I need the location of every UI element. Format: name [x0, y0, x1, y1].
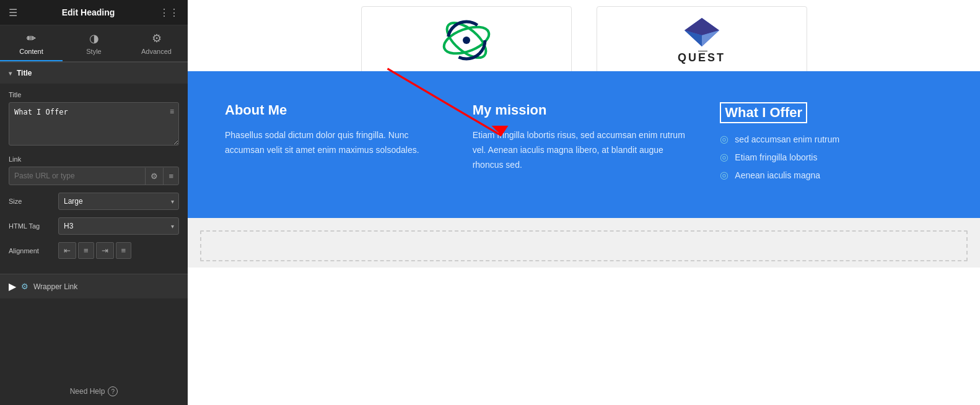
logo-card-orbit: [361, 6, 572, 74]
align-center-button[interactable]: ≡: [78, 242, 94, 259]
list-item-3: ◎ Aenean iaculis magna: [720, 169, 943, 181]
tab-style[interactable]: ◑ Style: [63, 25, 125, 61]
style-tab-label: Style: [86, 48, 101, 55]
html-tag-label: HTML Tag: [9, 222, 58, 230]
dashed-placeholder: [200, 230, 968, 261]
title-textarea[interactable]: What I Offer: [9, 102, 179, 146]
tab-advanced[interactable]: ⚙ Advanced: [125, 25, 188, 61]
link-settings-button[interactable]: ⚙: [145, 168, 163, 185]
grid-menu-button[interactable]: ⋮⋮: [159, 7, 179, 19]
wrapper-link-arrow: ▶: [9, 281, 16, 292]
left-panel: ☰ Edit Heading ⋮⋮ ✏ Content ◑ Style ⚙ Ad…: [0, 0, 188, 405]
html-tag-select[interactable]: H3 H1 H2 H4 H5 H6: [58, 217, 179, 235]
panel-content: ▾ Title Title What I Offer ≡ Link ⚙ ≡: [0, 62, 188, 378]
quest-logo: QUEST: [678, 17, 725, 64]
svg-point-2: [463, 37, 470, 44]
content-tab-icon: ✏: [27, 32, 36, 45]
need-help-link[interactable]: Need Help ?: [9, 386, 179, 396]
link-input-wrap: ⚙ ≡: [9, 167, 179, 185]
advanced-tab-label: Advanced: [141, 48, 172, 55]
what-i-offer-col: What I Offer ◎ sed accumsan enim rutrum …: [720, 102, 943, 187]
list-icon-1: ◎: [720, 133, 728, 145]
align-right-button[interactable]: ⇥: [96, 242, 114, 259]
main-content: QUEST About Me Phasellus sodal dictum do…: [188, 0, 980, 405]
title-section-arrow: ▾: [9, 70, 12, 77]
what-i-offer-list: ◎ sed accumsan enim rutrum ◎ Etiam fring…: [720, 133, 943, 181]
bottom-area: [188, 218, 980, 268]
what-i-offer-heading: What I Offer: [720, 102, 807, 123]
align-left-button[interactable]: ⇤: [58, 242, 76, 259]
hamburger-menu-button[interactable]: ☰: [9, 7, 17, 19]
html-tag-field-row: HTML Tag H3 H1 H2 H4 H5 H6 ▾: [9, 217, 179, 235]
about-me-col: About Me Phasellus sodal dictum dolor qu…: [225, 102, 448, 187]
size-select-wrap: Large Small Medium XL ▾: [58, 193, 179, 210]
wrapper-link-section[interactable]: ▶ ⚙ Wrapper Link: [0, 274, 188, 298]
my-mission-heading: My mission: [473, 102, 696, 118]
advanced-tab-icon: ⚙: [152, 32, 162, 45]
panel-header-right-icons: ⋮⋮: [159, 7, 179, 19]
quest-diamond-svg: [683, 17, 720, 48]
size-field-row: Size Large Small Medium XL ▾: [9, 193, 179, 210]
blue-section: About Me Phasellus sodal dictum dolor qu…: [188, 71, 980, 218]
about-me-text: Phasellus sodal dictum dolor quis fringi…: [225, 128, 448, 158]
size-select[interactable]: Large Small Medium XL: [58, 193, 179, 210]
link-field-label: Link: [9, 155, 179, 163]
list-icon-3: ◎: [720, 169, 728, 181]
need-help-text: Need Help: [70, 387, 105, 396]
panel-header-left-icons: ☰: [9, 7, 17, 19]
tab-content[interactable]: ✏ Content: [0, 25, 63, 61]
about-me-heading: About Me: [225, 102, 448, 118]
title-section-header[interactable]: ▾ Title: [0, 62, 188, 84]
quest-text: QUEST: [678, 51, 725, 64]
alignment-buttons: ⇤ ≡ ⇥ ≡: [58, 242, 131, 259]
title-section-label: Title: [17, 69, 32, 77]
help-circle-icon: ?: [108, 386, 118, 396]
panel-title: Edit Heading: [62, 7, 115, 17]
list-item-1-text: sed accumsan enim rutrum: [735, 134, 839, 144]
title-field-label: Title: [9, 91, 179, 98]
logo-card-quest: QUEST: [597, 6, 807, 74]
html-tag-select-wrap: H3 H1 H2 H4 H5 H6 ▾: [58, 217, 179, 235]
list-item-1: ◎ sed accumsan enim rutrum: [720, 133, 943, 145]
my-mission-col: My mission Etiam fringilla lobortis risu…: [473, 102, 696, 187]
wrapper-link-icon: ⚙: [21, 282, 28, 291]
my-mission-text: Etiam fringilla lobortis risus, sed accu…: [473, 128, 696, 172]
panel-footer: Need Help ?: [0, 378, 188, 405]
wrapper-link-label: Wrapper Link: [33, 282, 77, 291]
content-tab-label: Content: [19, 48, 43, 55]
title-textarea-wrap: What I Offer ≡: [9, 102, 179, 148]
title-section-body: Title What I Offer ≡ Link ⚙ ≡ Size: [0, 84, 188, 274]
style-tab-icon: ◑: [89, 32, 99, 45]
link-field-wrap: Link ⚙ ≡: [9, 155, 179, 185]
align-justify-button[interactable]: ≡: [116, 242, 132, 259]
size-label: Size: [9, 198, 58, 205]
link-input[interactable]: [9, 167, 145, 185]
textarea-dynamic-icon[interactable]: ≡: [170, 107, 174, 116]
list-item-2-text: Etiam fringilla lobortis: [735, 152, 817, 162]
orbit-logo-svg: [435, 15, 497, 65]
list-icon-2: ◎: [720, 151, 728, 163]
logo-area: QUEST: [188, 0, 980, 71]
link-dynamic-button[interactable]: ≡: [163, 168, 178, 185]
panel-tabs: ✏ Content ◑ Style ⚙ Advanced: [0, 25, 188, 62]
list-item-2: ◎ Etiam fringilla lobortis: [720, 151, 943, 163]
alignment-field-row: Alignment ⇤ ≡ ⇥ ≡: [9, 242, 179, 259]
title-field-wrap: Title What I Offer ≡: [9, 91, 179, 148]
list-item-3-text: Aenean iaculis magna: [735, 170, 820, 180]
panel-header: ☰ Edit Heading ⋮⋮: [0, 0, 188, 25]
alignment-label: Alignment: [9, 247, 58, 255]
